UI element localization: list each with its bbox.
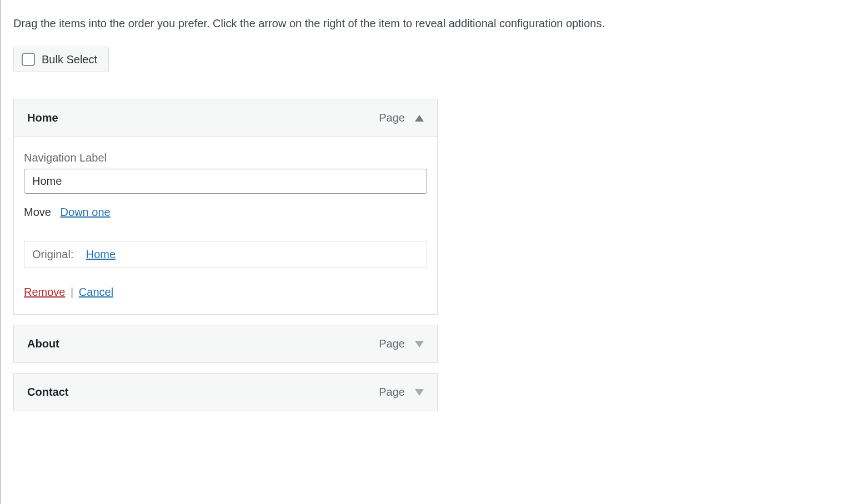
menu-item-contact[interactable]: Contact Page — [13, 373, 438, 411]
item-action-row: Remove | Cancel — [24, 286, 427, 299]
bulk-select-checkbox[interactable] — [22, 53, 35, 66]
menu-item-settings: Navigation Label Move Down one Original:… — [13, 137, 438, 315]
bulk-select-label: Bulk Select — [42, 53, 97, 66]
cancel-link[interactable]: Cancel — [79, 286, 113, 298]
menu-item-home[interactable]: Home Page Navigation Label Move Down one… — [13, 99, 438, 315]
chevron-down-icon[interactable] — [415, 341, 424, 347]
original-label: Original: — [32, 248, 73, 260]
menu-item-title: About — [27, 337, 379, 350]
bulk-select-toggle[interactable]: Bulk Select — [13, 47, 109, 72]
remove-link[interactable]: Remove — [24, 286, 65, 298]
action-separator: | — [71, 286, 77, 298]
menu-item-type: Page — [379, 337, 405, 350]
menu-item-title: Contact — [27, 386, 379, 399]
menu-instructions: Drag the items into the order you prefer… — [13, 0, 850, 47]
chevron-down-icon[interactable] — [415, 389, 424, 396]
nav-label-caption: Navigation Label — [24, 152, 427, 164]
move-label: Move — [24, 206, 51, 218]
menu-item-type: Page — [379, 386, 405, 399]
menu-item-header[interactable]: Contact Page — [13, 373, 438, 411]
menu-item-about[interactable]: About Page — [13, 325, 438, 363]
nav-label-input[interactable] — [24, 169, 427, 194]
original-box: Original: Home — [24, 241, 427, 268]
original-link[interactable]: Home — [86, 248, 116, 260]
menu-item-title: Home — [27, 112, 379, 124]
move-row: Move Down one — [24, 206, 427, 219]
menu-item-type: Page — [379, 112, 405, 124]
move-down-link[interactable]: Down one — [61, 206, 111, 218]
menu-item-header[interactable]: About Page — [13, 325, 438, 363]
menu-item-header[interactable]: Home Page — [13, 99, 438, 137]
chevron-up-icon[interactable] — [415, 115, 424, 122]
menu-items-list: Home Page Navigation Label Move Down one… — [13, 99, 438, 411]
